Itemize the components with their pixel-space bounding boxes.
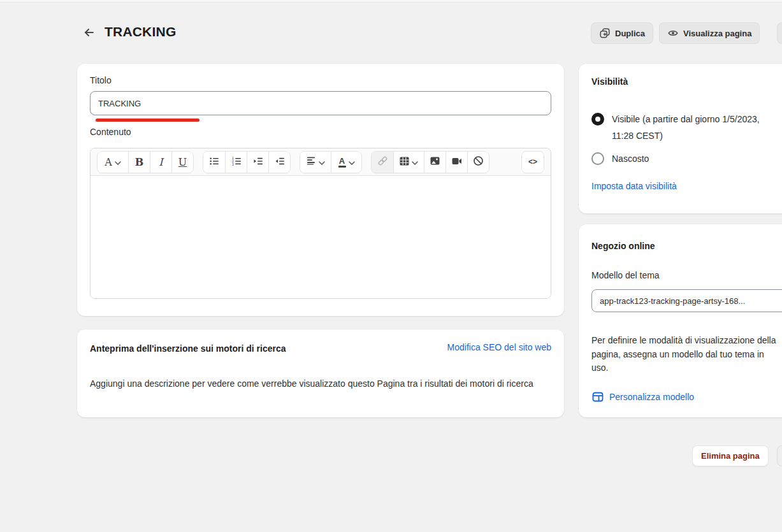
- seo-preview-card: Anteprima dell'inserzione sui motori di …: [77, 329, 564, 417]
- duplicate-button-label: Duplica: [615, 29, 645, 38]
- alignment-dropdown[interactable]: [300, 152, 331, 173]
- visible-option-label: Visibile (a partire dal giorno 1/5/2023,…: [612, 111, 760, 144]
- theme-template-select[interactable]: app-track123-tracking-page-artsy-168...: [591, 289, 782, 312]
- set-visibility-date-link[interactable]: Imposta data visibilità: [591, 181, 677, 191]
- link-icon: [377, 155, 388, 168]
- theme-template-value: app-track123-tracking-page-artsy-168...: [600, 296, 745, 306]
- visibility-radio-group: Visibile (a partire dal giorno 1/5/2023,…: [591, 111, 782, 167]
- arrow-left-icon: [83, 26, 96, 41]
- rich-text-editor: A B I U: [90, 148, 551, 299]
- link-button[interactable]: [372, 152, 393, 173]
- text-style-dropdown[interactable]: A: [98, 152, 128, 173]
- topbar-divider: [0, 0, 782, 3]
- bullet-list-button[interactable]: [203, 152, 225, 173]
- code-button[interactable]: <>: [522, 152, 544, 173]
- content-field-label: Contenuto: [90, 126, 551, 138]
- chevron-down-icon: [115, 157, 121, 167]
- numbered-list-icon: 123: [231, 156, 242, 168]
- title-field-label: Titolo: [90, 74, 551, 87]
- rte-group-code: <>: [521, 151, 544, 173]
- hidden-option-row[interactable]: Nascosto: [591, 150, 782, 167]
- delete-page-button[interactable]: Elimina pagina: [692, 445, 769, 466]
- hidden-radio[interactable]: [591, 152, 604, 165]
- visibility-card-heading: Visibilità: [591, 75, 782, 88]
- seo-description: Aggiungi una descrizione per vedere come…: [90, 375, 551, 392]
- online-store-card: Negozio online Modello del tema app-trac…: [579, 224, 782, 417]
- rte-toolbar: A B I U: [91, 148, 551, 176]
- red-annotation-underline: [96, 119, 199, 122]
- rte-group-insert: [371, 151, 489, 173]
- indent-button[interactable]: [268, 152, 290, 173]
- visible-radio-selected[interactable]: [591, 113, 604, 126]
- template-description: Per definire le modalità di visualizzazi…: [591, 334, 782, 375]
- insert-image-button[interactable]: [424, 152, 445, 173]
- rte-group-lists: 123: [203, 151, 291, 173]
- chevron-down-icon: [349, 157, 355, 167]
- duplicate-button[interactable]: Duplica: [591, 22, 653, 44]
- italic-button[interactable]: I: [150, 152, 171, 173]
- text-color-dropdown[interactable]: A: [331, 152, 361, 173]
- clear-formatting-icon: [473, 155, 484, 168]
- online-store-heading: Negozio online: [591, 240, 782, 252]
- eye-icon: [667, 27, 679, 39]
- hidden-option-label: Nascosto: [612, 150, 649, 167]
- image-icon: [430, 157, 440, 167]
- indent-icon: [275, 156, 285, 168]
- outdent-button[interactable]: [247, 152, 268, 173]
- bold-button[interactable]: B: [128, 152, 150, 173]
- theme-window-icon: [591, 391, 604, 403]
- back-button[interactable]: [82, 25, 97, 41]
- view-page-button[interactable]: Visualizza pagina: [659, 22, 760, 44]
- bullet-list-icon: [209, 156, 219, 168]
- edit-seo-link[interactable]: Modifica SEO del sito web: [447, 342, 551, 352]
- numbered-list-button[interactable]: 123: [225, 152, 247, 173]
- title-input[interactable]: [90, 91, 551, 115]
- clear-formatting-button[interactable]: [467, 152, 489, 173]
- theme-template-label: Modello del tema: [591, 269, 782, 282]
- text-style-icon: A: [105, 156, 112, 168]
- customize-template-label: Personalizza modello: [609, 392, 694, 402]
- text-color-icon: A: [338, 157, 346, 168]
- page-title: TRACKING: [105, 24, 176, 40]
- header-actions: Duplica Visualizza pagina: [591, 22, 760, 44]
- rte-group-text: A B I U: [97, 151, 194, 173]
- italic-icon: I: [159, 156, 163, 168]
- seo-card-heading: Anteprima dell'inserzione sui motori di …: [90, 342, 286, 355]
- underline-button[interactable]: U: [171, 152, 193, 173]
- page-content-card: Titolo Contenuto A B I U: [77, 64, 564, 316]
- duplicate-icon: [599, 27, 611, 39]
- bold-icon: B: [135, 156, 144, 168]
- customize-template-link[interactable]: Personalizza modello: [591, 391, 782, 403]
- underline-icon: U: [178, 156, 187, 168]
- view-page-button-label: Visualizza pagina: [683, 29, 751, 38]
- header-more-button-cutoff[interactable]: [777, 22, 782, 44]
- chevron-down-icon: [319, 157, 325, 167]
- visibility-card: Visibilità Visibile (a partire dal giorn…: [579, 64, 782, 213]
- video-icon: [452, 157, 462, 167]
- table-dropdown[interactable]: [393, 152, 424, 173]
- svg-text:3: 3: [232, 162, 234, 166]
- rte-content-area[interactable]: [91, 176, 551, 299]
- outdent-icon: [253, 156, 263, 168]
- rte-group-format: A: [300, 151, 362, 173]
- save-button-cutoff[interactable]: [777, 445, 782, 466]
- code-icon: <>: [528, 157, 537, 166]
- table-icon: [400, 157, 409, 168]
- chevron-down-icon: [412, 157, 418, 167]
- insert-video-button[interactable]: [445, 152, 467, 173]
- align-left-icon: [307, 156, 316, 168]
- visible-option-row[interactable]: Visibile (a partire dal giorno 1/5/2023,…: [591, 111, 782, 144]
